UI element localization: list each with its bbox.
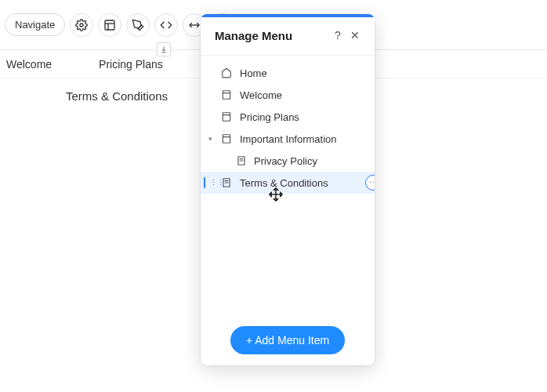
layout-icon[interactable] (98, 13, 121, 37)
svg-point-0 (80, 24, 83, 27)
page-icon (219, 89, 234, 100)
manage-menu-panel: Manage Menu ? ✕ Home Welcome Pricing Pla… (201, 14, 375, 365)
code-icon[interactable] (154, 13, 178, 37)
add-menu-item-button[interactable]: + Add Menu Item (230, 326, 345, 354)
svg-rect-10 (223, 113, 230, 122)
menu-item-important[interactable]: ▾ Important Information (201, 128, 375, 150)
menu-item-privacy[interactable]: Privacy Policy (201, 150, 375, 172)
panel-footer: + Add Menu Item (201, 315, 375, 365)
panel-help-icon[interactable]: ? (329, 27, 346, 44)
brush-icon[interactable] (126, 13, 150, 37)
drag-handle-icon[interactable]: ⋮⋮ (210, 179, 224, 187)
page-icon (219, 111, 234, 122)
menu-item-welcome[interactable]: Welcome (201, 84, 375, 106)
svg-rect-1 (105, 20, 114, 30)
panel-header: Manage Menu ? ✕ (201, 17, 375, 56)
menu-item-home[interactable]: Home (201, 62, 375, 84)
menu-list: Home Welcome Pricing Plans ▾ Important I… (201, 56, 375, 315)
download-icon[interactable] (157, 42, 171, 56)
page-icon (219, 133, 234, 144)
chevron-down-icon[interactable]: ▾ (208, 135, 212, 143)
panel-title: Manage Menu (215, 29, 329, 42)
more-icon[interactable]: ⋯ (365, 175, 375, 191)
gear-icon[interactable] (70, 13, 93, 37)
menu-item-label: Privacy Policy (254, 155, 317, 167)
navigate-button[interactable]: Navigate (5, 13, 65, 36)
menu-item-label: Terms & Conditions (240, 177, 328, 189)
svg-rect-12 (223, 135, 230, 143)
menu-item-label: Welcome (240, 89, 282, 101)
menu-item-label: Important Information (240, 133, 337, 145)
menu-item-label: Pricing Plans (240, 111, 299, 123)
home-icon (219, 67, 234, 78)
menu-item-terms[interactable]: ⋮⋮ Terms & Conditions ⋯ (201, 172, 375, 194)
menu-item-label: Home (240, 67, 267, 79)
menu-item-pricing[interactable]: Pricing Plans (201, 106, 375, 128)
svg-rect-8 (223, 91, 230, 100)
close-icon[interactable]: ✕ (346, 27, 364, 44)
nav-item-pricing[interactable]: Pricing Plans (99, 58, 163, 71)
page-icon (235, 155, 248, 166)
nav-item-welcome[interactable]: Welcome (6, 58, 52, 71)
